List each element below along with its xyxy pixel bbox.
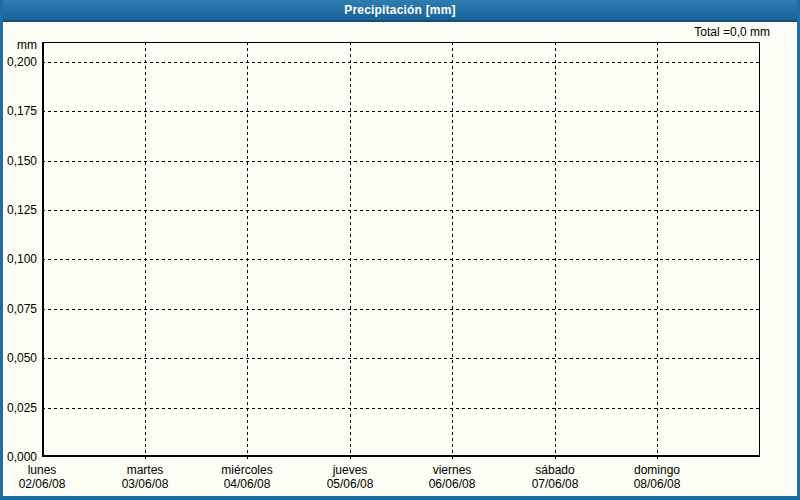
y-tick-label: 0,200 — [0, 54, 37, 70]
y-tick-label: 0,100 — [0, 251, 37, 267]
x-tick-day: miércoles — [221, 463, 272, 477]
x-tick-label: lunes02/06/08 — [19, 463, 66, 491]
x-tick-date: 02/06/08 — [19, 477, 66, 491]
y-tick-label: 0,150 — [0, 153, 37, 169]
x-tick-date: 05/06/08 — [327, 477, 374, 491]
x-tick-day: jueves — [327, 463, 374, 477]
x-tick-day: lunes — [19, 463, 66, 477]
x-tick-label: domingo08/06/08 — [634, 463, 681, 491]
x-tick-day: viernes — [429, 463, 476, 477]
x-tick-date: 03/06/08 — [122, 477, 169, 491]
x-tick-label: miércoles04/06/08 — [221, 463, 272, 491]
y-tick-label: 0,025 — [0, 400, 37, 416]
plot-area — [42, 42, 760, 457]
x-tick-label: sábado07/06/08 — [532, 463, 579, 491]
x-tick-date: 07/06/08 — [532, 477, 579, 491]
chart-window: Precipitación [mm] Total =0,0 mm mm 0,20… — [0, 0, 800, 500]
y-tick-label: 0,075 — [0, 301, 37, 317]
x-tick-label: viernes06/06/08 — [429, 463, 476, 491]
x-tick-label: martes03/06/08 — [122, 463, 169, 491]
y-tick-label: 0,050 — [0, 350, 37, 366]
y-tick-label: 0,125 — [0, 202, 37, 218]
x-tick-day: domingo — [634, 463, 681, 477]
x-tick-date: 04/06/08 — [221, 477, 272, 491]
x-tick-label: jueves05/06/08 — [327, 463, 374, 491]
x-tick-date: 06/06/08 — [429, 477, 476, 491]
x-tick-day: sábado — [532, 463, 579, 477]
x-tick-day: martes — [122, 463, 169, 477]
y-tick-label: 0,175 — [0, 103, 37, 119]
x-tick-date: 08/06/08 — [634, 477, 681, 491]
